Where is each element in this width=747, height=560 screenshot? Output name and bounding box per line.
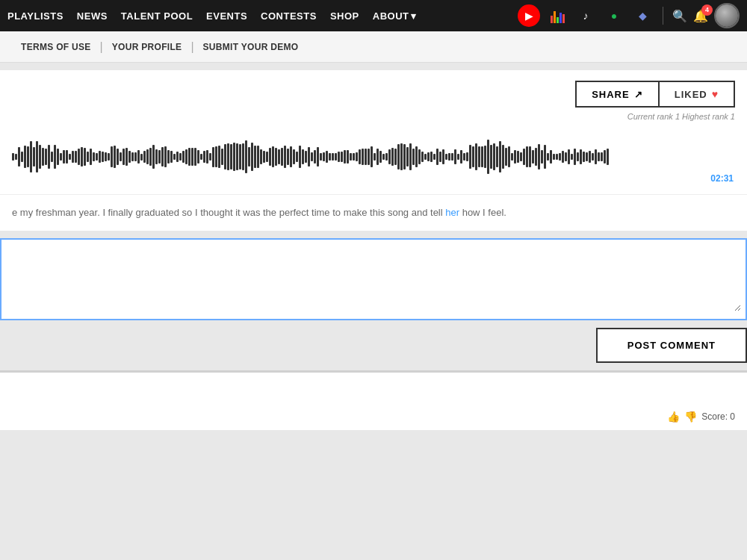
nav-shop[interactable]: SHOP (330, 10, 359, 22)
thumbs-up-icon[interactable]: 👍 (667, 411, 680, 423)
rank-info: Current rank 1 Highest rank 1 (12, 112, 735, 121)
waveform-container[interactable]: 02:31 (0, 127, 747, 187)
waveform-bars (12, 127, 735, 187)
comment-card: 👍 👎 Score: 0 (0, 370, 747, 430)
nav-events[interactable]: EVENTS (206, 10, 247, 22)
nav-links: PLAYLISTS NEWS TALENT POOL EVENTS CONTES… (7, 10, 503, 22)
nav-playlists[interactable]: PLAYLISTS (7, 10, 63, 22)
music-icon[interactable]: ♪ (574, 4, 597, 27)
top-navigation: PLAYLISTS NEWS TALENT POOL EVENTS CONTES… (0, 0, 747, 31)
sub-navigation: TERMS OF USE | YOUR PROFILE | SUBMIT YOU… (0, 31, 747, 63)
heart-icon: ♥ (712, 88, 719, 100)
comment-textarea-wrap (0, 238, 747, 320)
subnav-terms[interactable]: TERMS OF USE (12, 42, 100, 52)
nav-icons: ▶ ♪ ● ◆ 🔍 🔔 4 (518, 3, 740, 28)
chevron-down-icon: ▾ (411, 10, 417, 22)
description-text: e my freshman year. I finally graduated … (12, 207, 506, 218)
share-button[interactable]: SHARE ↗ (575, 81, 659, 108)
notification-button[interactable]: 🔔 4 (693, 9, 708, 23)
search-icon[interactable]: 🔍 (672, 9, 687, 23)
equalizer-icon[interactable] (546, 4, 568, 27)
avatar[interactable] (714, 3, 740, 28)
discord-icon[interactable]: ◆ (631, 4, 654, 27)
player-actions: SHARE ↗ LIKED ♥ (12, 81, 735, 108)
comment-actions: POST COMMENT (0, 328, 747, 370)
waveform-time: 02:31 (710, 173, 734, 184)
score-label: Score: 0 (701, 411, 735, 422)
avatar-image (716, 4, 738, 27)
nav-contests[interactable]: CONTESTS (261, 10, 317, 22)
subnav-demo[interactable]: SUBMIT YOUR DEMO (194, 42, 308, 52)
comment-section: POST COMMENT (0, 231, 747, 370)
subnav-profile[interactable]: YOUR PROFILE (103, 42, 191, 52)
youtube-icon[interactable]: ▶ (518, 4, 540, 27)
comment-input[interactable] (6, 244, 741, 311)
notification-badge: 4 (701, 4, 713, 16)
liked-button[interactable]: LIKED ♥ (659, 81, 735, 108)
nav-talent-pool[interactable]: TALENT POOL (121, 10, 193, 22)
nav-news[interactable]: NEWS (77, 10, 108, 22)
spotify-icon[interactable]: ● (603, 4, 625, 27)
nav-divider (663, 7, 663, 25)
nav-about[interactable]: ABOUT ▾ (373, 10, 417, 22)
main-content: SHARE ↗ LIKED ♥ Current rank 1 Highest r… (0, 70, 747, 430)
post-comment-button[interactable]: POST COMMENT (596, 328, 747, 363)
share-icon: ↗ (634, 89, 643, 100)
comment-score: 👍 👎 Score: 0 (667, 411, 735, 423)
description-section: e my freshman year. I finally graduated … (0, 194, 747, 231)
player-card: SHARE ↗ LIKED ♥ Current rank 1 Highest r… (0, 70, 747, 194)
description-highlight: her (445, 207, 459, 218)
thumbs-down-icon[interactable]: 👎 (684, 411, 697, 423)
